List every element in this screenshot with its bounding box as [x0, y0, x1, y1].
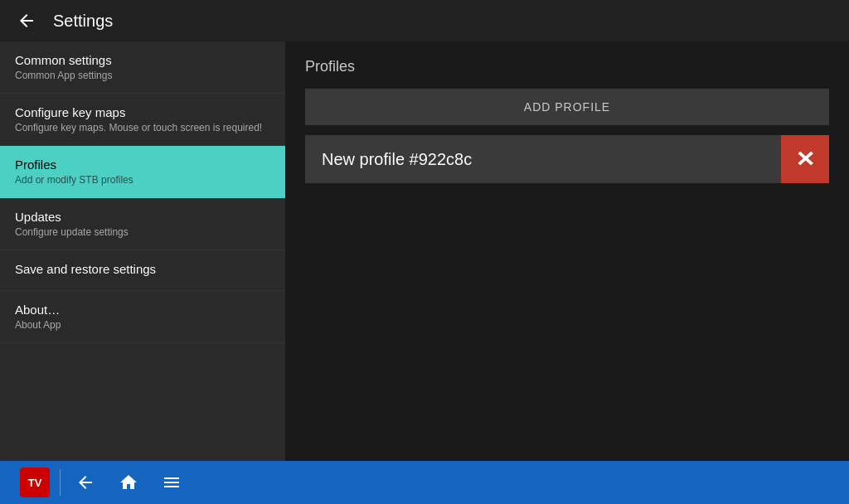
- sidebar-item-updates[interactable]: Updates Configure update settings: [0, 198, 285, 250]
- delete-profile-button[interactable]: ✕: [781, 135, 829, 183]
- sidebar-item-about[interactable]: About… About App: [0, 291, 285, 343]
- sidebar-item-common-settings[interactable]: Common settings Common App settings: [0, 41, 285, 94]
- sidebar-item-save-restore[interactable]: Save and restore settings: [0, 250, 285, 291]
- profile-row: New profile #922c8c ✕: [305, 135, 829, 183]
- content-panel: Profiles ADD PROFILE New profile #922c8c…: [285, 41, 849, 461]
- sidebar-item-configure-key-maps[interactable]: Configure key maps Configure key maps. M…: [0, 94, 285, 146]
- menu-icon[interactable]: [150, 461, 193, 504]
- sidebar-item-profiles[interactable]: Profiles Add or modify STB profiles: [0, 146, 285, 198]
- home-icon[interactable]: [107, 461, 150, 504]
- bottom-bar: TV: [0, 461, 849, 504]
- top-bar: Settings: [0, 0, 849, 41]
- back-button[interactable]: [13, 7, 40, 34]
- profile-name[interactable]: New profile #922c8c: [305, 137, 781, 182]
- page-title: Settings: [53, 12, 113, 31]
- teamviewer-icon[interactable]: TV: [20, 468, 50, 497]
- main-area: Common settings Common App settings Conf…: [0, 41, 849, 461]
- sidebar: Common settings Common App settings Conf…: [0, 41, 285, 461]
- back-nav-icon[interactable]: [64, 461, 107, 504]
- bottom-divider: [60, 469, 61, 496]
- teamviewer-label: TV: [28, 477, 42, 489]
- delete-icon: ✕: [795, 148, 815, 170]
- content-title: Profiles: [305, 58, 829, 75]
- add-profile-button[interactable]: ADD PROFILE: [305, 89, 829, 125]
